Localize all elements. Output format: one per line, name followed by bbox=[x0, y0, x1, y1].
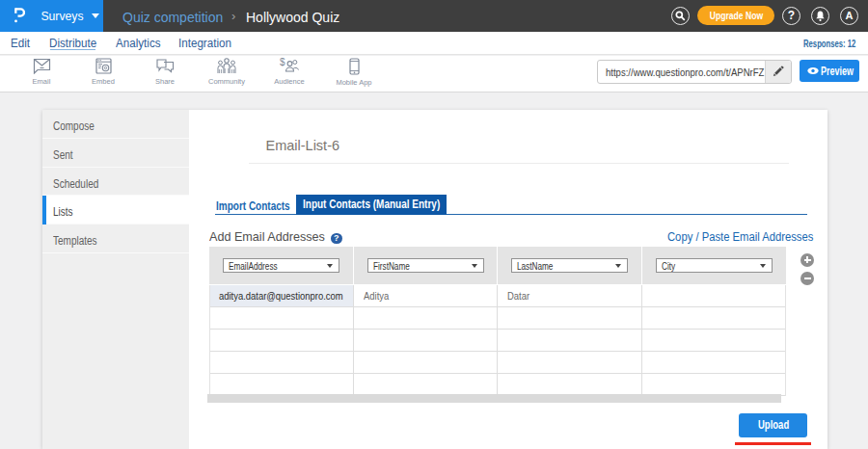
svg-text:$: $ bbox=[280, 58, 285, 67]
